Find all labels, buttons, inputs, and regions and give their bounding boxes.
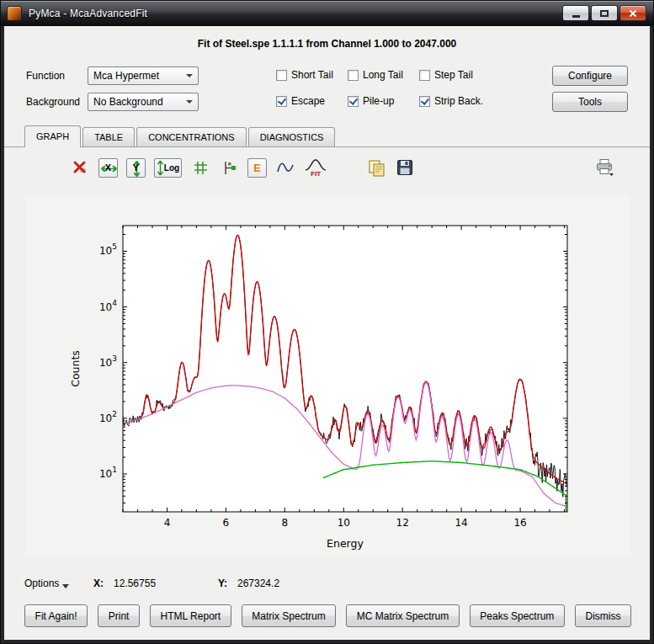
checkbox-long-tail[interactable]: Long Tail	[348, 69, 403, 81]
function-selected-value: Mca Hypermet	[88, 70, 186, 82]
log-label: Log	[164, 163, 179, 173]
log-scale-toggle-button[interactable]: Log	[154, 158, 182, 178]
background-label: Background	[26, 96, 80, 108]
checkbox-label: Pile-up	[363, 95, 394, 107]
close-button[interactable]	[619, 5, 646, 21]
energy-toggle-button[interactable]: E	[247, 158, 267, 178]
svg-text:105: 105	[99, 242, 117, 257]
tab-bar: GRAPH TABLE CONCENTRATIONS DIAGNOSTICS	[24, 125, 337, 146]
checkbox-step-tail[interactable]: Step Tail	[419, 69, 473, 81]
copy-icon	[368, 159, 385, 177]
maximize-icon	[600, 10, 609, 17]
chevron-down-icon	[186, 74, 193, 77]
mc-matrix-spectrum-button[interactable]: MC Matrix Spectrum	[346, 604, 460, 627]
matrix-spectrum-button[interactable]: Matrix Spectrum	[242, 604, 337, 627]
fit-header-title: Fit of Steel.spe 1.1.1.1 from Channel 1.…	[4, 38, 650, 50]
checkbox-indicator	[276, 70, 287, 81]
window-controls	[562, 5, 646, 21]
checkbox-short-tail[interactable]: Short Tail	[276, 69, 333, 81]
grid-toggle-button[interactable]	[190, 157, 210, 178]
checkbox-indicator	[419, 96, 430, 107]
action-button-row: Fit Again! Print HTML Report Matrix Spec…	[24, 604, 631, 627]
tab-graph[interactable]: GRAPH	[24, 125, 81, 147]
energy-label: E	[253, 162, 261, 174]
svg-text:4: 4	[164, 517, 171, 529]
checkbox-strip-background[interactable]: Strip Back.	[419, 95, 483, 107]
pymca-app-icon	[7, 6, 22, 21]
chevron-down-icon	[62, 584, 69, 588]
checkbox-pile-up[interactable]: Pile-up	[348, 95, 394, 107]
svg-text:103: 103	[99, 354, 117, 369]
maximize-button[interactable]	[591, 5, 618, 21]
y-axis-label: Y	[133, 162, 139, 173]
svg-text:101: 101	[99, 466, 117, 480]
minimize-button[interactable]	[562, 5, 589, 21]
cursor-x-label: X:	[93, 577, 104, 589]
svg-text:10: 10	[338, 517, 350, 529]
svg-text:12: 12	[396, 517, 409, 529]
dialog-body: Fit of Steel.spe 1.1.1.1 from Channel 1.…	[4, 26, 650, 640]
autoscale-x-button[interactable]: X	[98, 158, 118, 178]
fit-icon: FIT	[305, 158, 327, 177]
window-title: PyMca - McaAdvancedFit	[29, 8, 147, 19]
svg-text:104: 104	[99, 299, 117, 313]
checkbox-indicator	[276, 96, 287, 107]
tab-panel-border	[4, 146, 650, 147]
x-axis-label: X	[105, 162, 111, 173]
checkbox-escape[interactable]: Escape	[276, 95, 325, 107]
svg-text:14: 14	[455, 517, 467, 529]
options-button[interactable]: Options	[24, 577, 69, 589]
background-selected-value: No Background	[88, 96, 186, 108]
tools-button[interactable]: Tools	[552, 92, 628, 112]
autoscale-y-button[interactable]: Y	[126, 158, 146, 178]
checkbox-label: Escape	[291, 95, 325, 107]
fit-button[interactable]: FIT	[304, 157, 327, 178]
tab-concentrations[interactable]: CONCENTRATIONS	[136, 127, 246, 146]
save-button[interactable]	[395, 157, 415, 178]
svg-text:6: 6	[223, 517, 230, 529]
checkbox-label: Long Tail	[363, 69, 403, 81]
print-button[interactable]	[594, 157, 614, 178]
checkbox-indicator	[348, 96, 359, 107]
grid-icon	[194, 161, 208, 175]
print-report-button[interactable]: Print	[98, 604, 140, 627]
minimize-icon	[572, 15, 580, 18]
tab-diagnostics[interactable]: DIAGNOSTICS	[248, 127, 336, 146]
marker-toggle-button[interactable]	[219, 157, 239, 178]
plot-toolbar: X Y Log	[70, 152, 633, 183]
zoom-reset-button[interactable]	[70, 157, 90, 178]
smoothing-curve-icon	[277, 160, 294, 175]
title-bar[interactable]: PyMca - McaAdvancedFit	[1, 1, 653, 26]
derivative-button[interactable]	[275, 157, 295, 178]
graph-area[interactable]: 46810121416101102103104105EnergyCounts	[26, 194, 630, 556]
spectrum-plot[interactable]: 46810121416101102103104105EnergyCounts	[26, 194, 630, 556]
dismiss-button[interactable]: Dismiss	[575, 604, 631, 627]
options-label: Options	[24, 577, 59, 589]
up-down-arrow-icon	[157, 160, 164, 176]
fit-again-button[interactable]: Fit Again!	[24, 604, 88, 627]
checkbox-label: Strip Back.	[434, 95, 483, 107]
svg-text:FIT: FIT	[311, 171, 321, 177]
tab-table[interactable]: TABLE	[82, 127, 135, 146]
red-cross-icon	[72, 160, 88, 175]
cursor-x-value: 12.56755	[114, 577, 156, 589]
html-report-button[interactable]: HTML Report	[150, 604, 231, 627]
configure-button[interactable]: Configure	[552, 66, 628, 86]
peak-markers-icon	[221, 160, 237, 176]
close-icon	[629, 9, 637, 18]
save-icon	[396, 159, 413, 176]
checkbox-label: Short Tail	[291, 69, 333, 81]
background-select[interactable]: No Background	[88, 93, 199, 111]
copy-button[interactable]	[366, 157, 386, 178]
checkbox-indicator	[348, 70, 359, 81]
svg-text:8: 8	[281, 517, 288, 529]
function-select[interactable]: Mca Hypermet	[88, 67, 199, 85]
printer-icon	[595, 158, 614, 177]
cursor-y-value: 267324.2	[237, 577, 279, 589]
peaks-spectrum-button[interactable]: Peaks Spectrum	[470, 604, 565, 627]
chevron-down-icon	[186, 100, 193, 104]
checkbox-indicator	[419, 70, 430, 81]
function-label: Function	[26, 70, 65, 82]
svg-text:Energy: Energy	[327, 537, 364, 550]
pymca-mca-advanced-fit-window: PyMca - McaAdvancedFit Fit of Steel.spe …	[0, 0, 654, 644]
